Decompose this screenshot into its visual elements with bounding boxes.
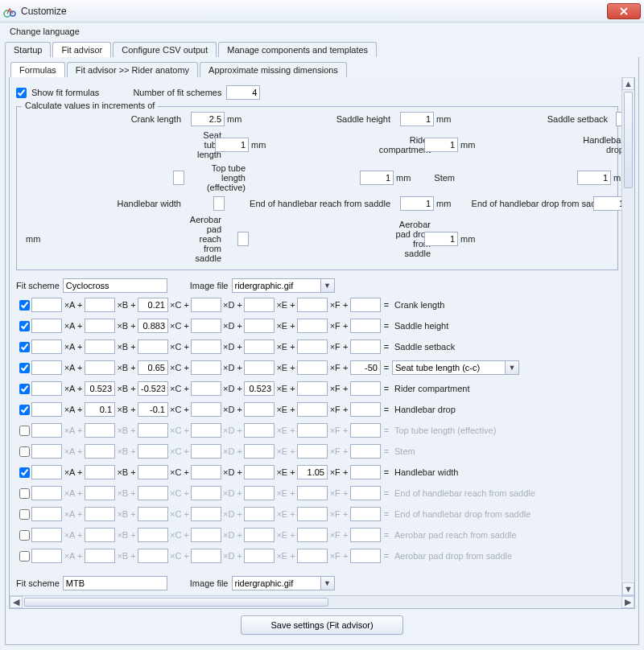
coef-input[interactable]: [31, 381, 62, 396]
formula-enable-checkbox[interactable]: [19, 342, 30, 352]
save-settings-button[interactable]: Save settings (Fit advisor): [241, 615, 402, 635]
coef-input[interactable]: [138, 402, 168, 417]
coef-input[interactable]: [244, 381, 275, 396]
coef-input[interactable]: [244, 360, 275, 375]
tab-csv[interactable]: Configure CSV output: [113, 42, 217, 57]
tab-fit-advisor[interactable]: Fit advisor: [52, 42, 111, 57]
coef-input[interactable]: [85, 381, 115, 396]
formula-enable-checkbox[interactable]: [19, 426, 30, 436]
coef-input[interactable]: [85, 402, 115, 417]
formula-enable-checkbox[interactable]: [19, 530, 30, 541]
tab-formulas[interactable]: Formulas: [10, 62, 65, 77]
coef-input[interactable]: [297, 339, 328, 354]
coef-input[interactable]: [31, 319, 62, 333]
increment-input[interactable]: [400, 112, 434, 126]
show-fit-formulas-checkbox[interactable]: [16, 88, 27, 98]
coef-input[interactable]: [191, 381, 221, 396]
coef-input[interactable]: [138, 298, 168, 312]
result-select-input[interactable]: [392, 360, 505, 375]
increment-input[interactable]: [400, 196, 434, 211]
formula-enable-checkbox[interactable]: [19, 384, 30, 394]
coef-input[interactable]: [85, 319, 115, 333]
coef-input[interactable]: [244, 402, 275, 417]
coef-input[interactable]: [244, 298, 275, 312]
scroll-left-icon[interactable]: ◀: [10, 596, 23, 608]
formula-enable-checkbox[interactable]: [19, 321, 30, 331]
formula-enable-checkbox[interactable]: [19, 405, 30, 415]
coef-input[interactable]: [191, 339, 221, 354]
increment-input[interactable]: [424, 138, 458, 152]
menu-change-language[interactable]: Change language: [6, 25, 83, 38]
coef-input[interactable]: [31, 360, 62, 375]
formula-enable-checkbox[interactable]: [19, 551, 30, 562]
coef-input[interactable]: [191, 360, 221, 375]
coef-input[interactable]: [85, 339, 115, 354]
coef-input[interactable]: [297, 402, 328, 417]
coef-input[interactable]: [138, 381, 168, 396]
increment-input[interactable]: [173, 171, 184, 185]
hscroll-thumb[interactable]: [24, 598, 328, 607]
formula-enable-checkbox[interactable]: [19, 300, 30, 311]
coef-input[interactable]: [244, 339, 275, 354]
coef-input[interactable]: [297, 465, 328, 479]
result-select-dropdown[interactable]: ▼: [505, 360, 519, 375]
coef-input[interactable]: [191, 298, 221, 312]
scroll-down-icon[interactable]: ▼: [622, 582, 634, 595]
coef-input[interactable]: [191, 402, 221, 417]
tab-rider-anatomy[interactable]: Fit advisor >> Rider anatomy: [67, 62, 198, 77]
tab-startup[interactable]: Startup: [5, 42, 51, 57]
formula-enable-checkbox[interactable]: [19, 363, 30, 373]
coef-input[interactable]: [297, 298, 328, 312]
coef-input[interactable]: [244, 319, 275, 333]
image-file-dropdown-1[interactable]: ▼: [320, 278, 335, 293]
constant-input[interactable]: [350, 381, 381, 396]
tab-approx[interactable]: Approximate missing dimensions: [200, 62, 347, 77]
constant-input[interactable]: [350, 465, 381, 479]
image-file-input-1[interactable]: [232, 278, 320, 293]
coef-input[interactable]: [138, 360, 168, 375]
close-button[interactable]: [607, 3, 641, 19]
coef-input[interactable]: [85, 298, 115, 312]
num-schemes-input[interactable]: [226, 85, 260, 100]
coef-input[interactable]: [191, 319, 221, 333]
coef-input[interactable]: [297, 319, 328, 333]
increment-input[interactable]: [577, 171, 611, 185]
increment-input[interactable]: [237, 232, 249, 246]
coef-input[interactable]: [31, 465, 62, 479]
increment-input[interactable]: [213, 196, 225, 211]
increment-input[interactable]: [215, 138, 249, 152]
image-file-dropdown-2[interactable]: ▼: [320, 576, 335, 590]
tab-manage[interactable]: Manage components and templates: [218, 42, 377, 57]
constant-input[interactable]: [350, 319, 381, 333]
coef-input[interactable]: [85, 360, 115, 375]
increment-input[interactable]: [424, 232, 458, 246]
vscroll-thumb[interactable]: [624, 92, 633, 188]
coef-input[interactable]: [85, 465, 115, 479]
scroll-up-icon[interactable]: ▲: [622, 77, 634, 90]
constant-input[interactable]: [350, 360, 381, 375]
fit-scheme-input-1[interactable]: [63, 278, 167, 293]
scroll-right-icon[interactable]: ▶: [621, 596, 634, 608]
formula-enable-checkbox[interactable]: [19, 467, 30, 478]
increment-input[interactable]: [191, 112, 225, 126]
horizontal-scrollbar[interactable]: ◀ ▶: [10, 595, 634, 608]
increment-input[interactable]: [360, 171, 394, 185]
formula-enable-checkbox[interactable]: [19, 488, 30, 499]
formula-enable-checkbox[interactable]: [19, 446, 30, 457]
vertical-scrollbar[interactable]: ▲ ▼: [621, 77, 634, 595]
coef-input[interactable]: [31, 339, 62, 354]
constant-input[interactable]: [350, 339, 381, 354]
constant-input[interactable]: [350, 402, 381, 417]
image-file-input-2[interactable]: [232, 576, 320, 590]
coef-input[interactable]: [244, 465, 275, 479]
coef-input[interactable]: [138, 465, 168, 479]
coef-input[interactable]: [138, 339, 168, 354]
constant-input[interactable]: [350, 298, 381, 312]
coef-input[interactable]: [31, 298, 62, 312]
coef-input[interactable]: [138, 319, 168, 333]
coef-input[interactable]: [31, 402, 62, 417]
coef-input[interactable]: [191, 465, 221, 479]
formula-enable-checkbox[interactable]: [19, 509, 30, 520]
coef-input[interactable]: [297, 381, 328, 396]
fit-scheme-input-2[interactable]: [63, 576, 167, 590]
